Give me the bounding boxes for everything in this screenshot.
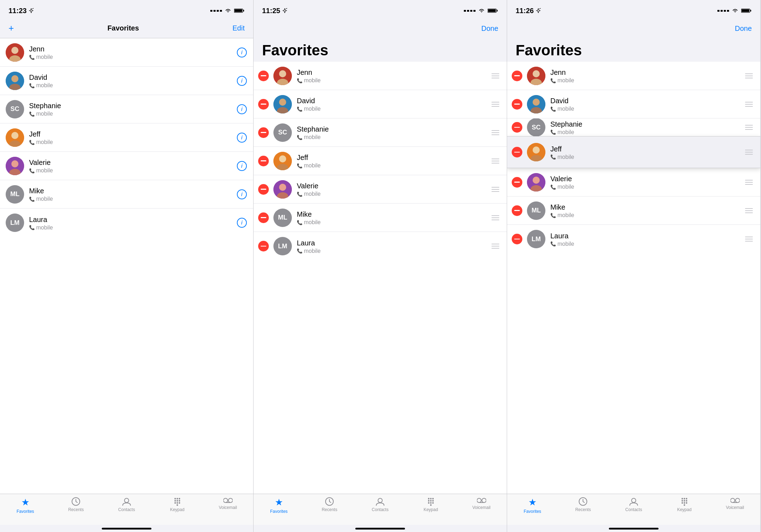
contact-sub-valerie-3: 📞 mobile — [550, 184, 738, 190]
add-button-1[interactable]: + — [9, 23, 14, 34]
drag-handle-valerie-3[interactable] — [740, 180, 757, 185]
svg-point-51 — [430, 500, 432, 501]
tab-favorites-3[interactable]: ★ Favorites — [507, 497, 558, 514]
svg-point-18 — [177, 498, 178, 499]
info-button-laura-1[interactable]: i — [233, 218, 250, 228]
tab-label-contacts-3: Contacts — [625, 507, 642, 512]
recents-icon-3 — [578, 497, 588, 506]
contact-name-valerie-2: Valerie — [297, 181, 484, 190]
avatar-stephanie-1: SC — [6, 100, 24, 118]
contact-row-laura-1[interactable]: LM Laura 📞 mobile i — [0, 209, 253, 237]
contact-row-stephanie-1[interactable]: SC Stephanie 📞 mobile i — [0, 95, 253, 123]
contact-row-jeff-3-dragging[interactable]: Jeff 📞 mobile — [507, 136, 760, 168]
keypad-icon-2 — [426, 497, 435, 506]
info-button-jenn-1[interactable]: i — [233, 48, 250, 57]
drag-handle-stephanie-2[interactable] — [487, 130, 504, 135]
contact-row-jeff-2[interactable]: Jeff 📞 mobile — [254, 147, 507, 175]
contact-row-valerie-3[interactable]: Valerie 📞 mobile — [507, 168, 760, 196]
contact-row-mike-1[interactable]: ML Mike 📞 mobile i — [0, 180, 253, 209]
info-button-jeff-1[interactable]: i — [233, 133, 250, 143]
delete-button-valerie-3[interactable] — [507, 177, 527, 188]
contact-row-david-2[interactable]: David 📞 mobile — [254, 90, 507, 118]
contact-row-stephanie-3[interactable]: SC Stephanie 📞 mobile — [507, 118, 760, 136]
delete-button-valerie-2[interactable] — [254, 184, 273, 195]
contact-row-jenn-3[interactable]: Jenn 📞 mobile — [507, 62, 760, 90]
tab-keypad-2[interactable]: Keypad — [405, 497, 456, 512]
delete-button-laura-2[interactable] — [254, 241, 273, 251]
info-button-valerie-1[interactable]: i — [233, 161, 250, 171]
nav-title-1: Favorites — [107, 24, 139, 32]
drag-handle-david-3[interactable] — [740, 102, 757, 107]
done-button-2[interactable]: Done — [481, 24, 498, 33]
avatar-valerie-1 — [6, 157, 24, 175]
phone-icon-david-1: 📞 — [29, 83, 35, 88]
drag-handle-david-2[interactable] — [487, 102, 504, 107]
drag-handle-jeff-2[interactable] — [487, 159, 504, 164]
svg-point-82 — [686, 500, 687, 501]
svg-point-48 — [430, 498, 432, 499]
contact-row-jenn-2[interactable]: Jenn 📞 mobile — [254, 62, 507, 90]
delete-button-david-3[interactable] — [507, 99, 527, 110]
tab-keypad-1[interactable]: Keypad — [152, 497, 202, 512]
drag-handle-jeff-3[interactable] — [740, 150, 757, 155]
svg-point-64 — [533, 70, 540, 77]
tab-contacts-1[interactable]: Contacts — [101, 497, 152, 512]
svg-point-16 — [124, 498, 129, 503]
svg-point-78 — [684, 498, 685, 499]
delete-button-mike-3[interactable] — [507, 205, 527, 216]
contact-info-mike-2: Mike 📞 mobile — [297, 210, 487, 226]
drag-handle-laura-3[interactable] — [740, 237, 757, 242]
done-button-3[interactable]: Done — [735, 24, 752, 33]
tab-voicemail-3[interactable]: Voicemail — [710, 497, 760, 510]
svg-point-73 — [533, 177, 540, 184]
contact-row-jeff-1[interactable]: Jeff 📞 mobile i — [0, 123, 253, 152]
contact-row-mike-2[interactable]: ML Mike 📞 mobile — [254, 204, 507, 232]
contact-row-stephanie-2[interactable]: SC Stephanie 📞 mobile — [254, 118, 507, 147]
status-time-1: 11:23 — [9, 7, 27, 15]
info-circle-jenn-1: i — [237, 48, 247, 57]
tab-contacts-3[interactable]: Contacts — [609, 497, 659, 512]
delete-button-jenn-2[interactable] — [254, 71, 273, 81]
tab-voicemail-2[interactable]: Voicemail — [456, 497, 507, 510]
contact-name-laura-2: Laura — [297, 238, 484, 248]
contact-row-laura-3[interactable]: LM Laura 📞 mobile — [507, 225, 760, 253]
drag-handle-jenn-3[interactable] — [740, 73, 757, 78]
contact-row-mike-3[interactable]: ML Mike 📞 mobile — [507, 196, 760, 225]
drag-handle-mike-2[interactable] — [487, 215, 504, 220]
info-button-mike-1[interactable]: i — [233, 189, 250, 199]
tab-recents-2[interactable]: Recents — [304, 497, 355, 512]
delete-button-laura-3[interactable] — [507, 234, 527, 244]
info-button-stephanie-1[interactable]: i — [233, 104, 250, 114]
tab-recents-1[interactable]: Recents — [51, 497, 101, 512]
tab-recents-3[interactable]: Recents — [558, 497, 609, 512]
contact-row-laura-2[interactable]: LM Laura 📞 mobile — [254, 232, 507, 260]
drag-handle-jenn-2[interactable] — [487, 73, 504, 78]
delete-button-jenn-3[interactable] — [507, 71, 527, 81]
contact-name-jenn-2: Jenn — [297, 68, 484, 77]
tab-favorites-2[interactable]: ★ Favorites — [254, 497, 304, 514]
contact-row-valerie-2[interactable]: Valerie 📞 mobile — [254, 175, 507, 204]
drag-handle-valerie-2[interactable] — [487, 187, 504, 192]
delete-button-jeff-3[interactable] — [507, 147, 527, 157]
drag-handle-laura-2[interactable] — [487, 244, 504, 249]
tab-keypad-3[interactable]: Keypad — [659, 497, 710, 512]
recents-icon-1 — [71, 497, 80, 506]
contact-row-david-3[interactable]: David 📞 mobile — [507, 90, 760, 118]
tab-contacts-2[interactable]: Contacts — [355, 497, 406, 512]
delete-button-david-2[interactable] — [254, 99, 273, 110]
drag-handle-stephanie-3[interactable] — [740, 125, 757, 130]
tab-favorites-1[interactable]: ★ Favorites — [0, 497, 51, 514]
wifi-icon-3 — [732, 8, 738, 13]
drag-handle-mike-3[interactable] — [740, 208, 757, 213]
contact-info-jeff-3: Jeff 📞 mobile — [550, 144, 740, 160]
tab-voicemail-1[interactable]: Voicemail — [202, 497, 253, 510]
delete-button-mike-2[interactable] — [254, 212, 273, 223]
contact-row-valerie-1[interactable]: Valerie 📞 mobile i — [0, 152, 253, 180]
edit-button-1[interactable]: Edit — [233, 24, 245, 32]
info-button-david-1[interactable]: i — [233, 76, 250, 86]
contact-row-jenn-1[interactable]: Jenn 📞 mobile i — [0, 38, 253, 67]
delete-button-stephanie-3[interactable] — [507, 122, 527, 133]
contact-row-david-1[interactable]: David 📞 mobile i — [0, 67, 253, 95]
delete-button-stephanie-2[interactable] — [254, 127, 273, 138]
delete-button-jeff-2[interactable] — [254, 156, 273, 166]
